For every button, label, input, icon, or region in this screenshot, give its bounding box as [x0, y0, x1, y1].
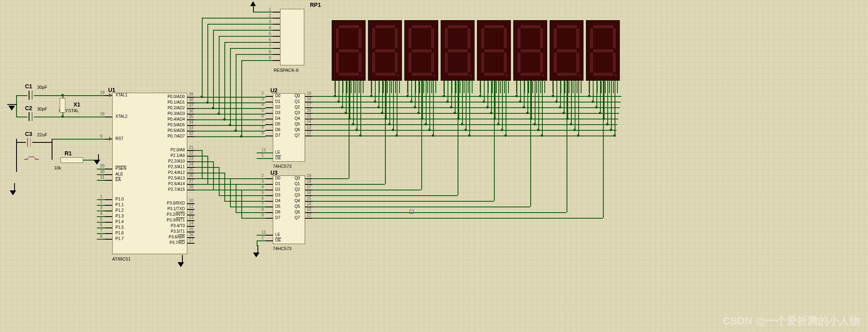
pin-stub: [105, 216, 112, 217]
pin-stub: [97, 216, 105, 217]
junction: [201, 96, 203, 98]
wire: [52, 139, 52, 160]
pin-number: 6: [261, 114, 264, 118]
pin-number: 8: [269, 50, 271, 54]
pin-number: 11: [261, 230, 266, 234]
wire: [16, 117, 27, 117]
pin-name: Q6: [295, 210, 300, 214]
pin-name: P3.6/WR: [161, 235, 185, 239]
wire: [224, 173, 225, 201]
pin-number: 14: [307, 202, 311, 206]
pin-number: 4: [261, 185, 264, 189]
wire: [517, 81, 517, 96]
wire: [462, 81, 463, 124]
pin-name: Q1: [295, 182, 300, 186]
wire: [312, 195, 458, 196]
seven-segment-display: [513, 20, 547, 81]
pin-number: 13: [307, 125, 311, 129]
wire: [195, 190, 241, 190]
wire: [385, 81, 386, 184]
pin-number: 3: [269, 19, 271, 24]
wire: [34, 117, 63, 117]
ground-symbol: [13, 183, 16, 195]
pin-number: 3: [261, 179, 264, 184]
pin-name: P0.7/AD7: [161, 134, 185, 138]
pin-name: D6: [275, 210, 280, 214]
wire: [236, 54, 273, 55]
wire: [230, 178, 231, 207]
wire: [224, 42, 225, 119]
pin-number: 15: [307, 196, 311, 200]
pin-stub: [105, 228, 112, 228]
c3-value: 22uF: [37, 132, 47, 137]
pin-stub: [305, 218, 312, 219]
pin-name: P1.5: [115, 225, 124, 230]
pin-stub: [97, 222, 105, 223]
pin-number: 27: [189, 179, 193, 184]
c1-value: 30pF: [37, 85, 47, 90]
wire: [230, 48, 231, 125]
wire: [466, 81, 466, 130]
pin-name: Q4: [295, 198, 300, 203]
wire: [207, 24, 273, 25]
rp1-body: [280, 9, 304, 65]
pin-name: Q4: [295, 116, 300, 121]
pin-stub: [266, 212, 273, 213]
pin-stub: [266, 184, 273, 185]
pin-name: P1.1: [115, 203, 124, 207]
wire: [32, 142, 52, 143]
pin-name: Q6: [295, 127, 300, 132]
wire: [451, 81, 452, 107]
pin-stub: [266, 195, 273, 196]
wire: [389, 81, 390, 124]
pin-number: 1: [261, 236, 264, 240]
wire: [236, 184, 236, 212]
pin-name: Q7: [295, 215, 300, 220]
ground-symbol: [97, 154, 100, 165]
wire: [491, 81, 492, 113]
wire: [257, 152, 273, 153]
wire: [219, 36, 273, 37]
input-marker: [109, 137, 112, 141]
pin-name: P2.6/A14: [161, 182, 185, 186]
wire: [494, 81, 495, 201]
pin-number: 9: [261, 213, 264, 217]
wire: [495, 81, 496, 119]
pin-number: 3: [100, 206, 102, 210]
editor-cursor: [410, 210, 414, 214]
wire: [312, 190, 421, 190]
pin-stub: [97, 180, 105, 181]
pin-number: 9: [261, 131, 264, 135]
wire: [346, 81, 347, 113]
wire: [236, 212, 266, 213]
pin-number: 24: [189, 162, 193, 167]
pin-stub: [97, 228, 105, 228]
pin-number: 22: [189, 151, 193, 155]
pin-stub: [105, 233, 112, 234]
pin-name: D7: [275, 215, 280, 220]
pin-name: P3.4/T0: [161, 223, 185, 228]
wire: [312, 212, 567, 213]
wire: [593, 81, 594, 102]
pin-stub: [273, 54, 280, 55]
x1-symbol: [60, 98, 65, 113]
pin-name: LE: [275, 232, 280, 237]
wire: [418, 81, 419, 113]
u3-value: 74HC573: [273, 246, 291, 251]
pin-name: OE: [275, 156, 281, 160]
wire: [393, 81, 394, 130]
pin-number: 18: [307, 179, 311, 184]
pin-stub: [187, 136, 195, 137]
pin-stub: [273, 60, 280, 61]
wire: [600, 81, 601, 113]
wire: [531, 81, 532, 119]
wire: [230, 48, 273, 49]
wire: [520, 81, 521, 102]
wire: [195, 167, 219, 168]
pin-number: 29: [100, 164, 105, 168]
wire: [426, 81, 427, 124]
wire: [195, 150, 202, 151]
wire: [458, 81, 459, 119]
pin-name: D4: [275, 116, 280, 121]
wire: [607, 81, 608, 124]
